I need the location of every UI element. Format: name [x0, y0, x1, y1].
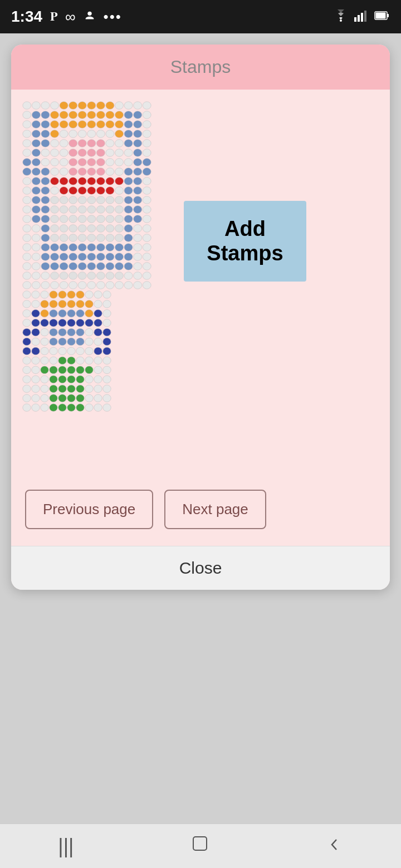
bottom-nav: ||| — [0, 823, 401, 868]
wifi-icon — [333, 8, 349, 26]
next-page-button[interactable]: Next page — [164, 490, 266, 529]
dialog-title: Stamps — [170, 57, 231, 77]
account-icon — [84, 8, 96, 26]
stamp-1[interactable] — [22, 101, 151, 290]
voicemail-icon: ∞ — [65, 8, 76, 26]
svg-point-1 — [340, 19, 342, 22]
svg-rect-3 — [358, 15, 360, 22]
pinterest-icon: 𝐏 — [50, 9, 57, 24]
dialog-body: AddStamps Previous page Next page — [11, 90, 390, 546]
add-stamps-label: AddStamps — [207, 217, 283, 265]
stamps-dialog: Stamps AddStamps Previous page Next page — [11, 45, 390, 590]
close-button[interactable]: Close — [11, 546, 390, 590]
svg-rect-2 — [354, 17, 356, 22]
previous-page-button[interactable]: Previous page — [25, 490, 153, 529]
menu-icon[interactable]: ||| — [58, 835, 74, 858]
status-time: 1:34 — [11, 8, 42, 26]
status-left: 1:34 𝐏 ∞ ••• — [11, 8, 122, 26]
status-bar: 1:34 𝐏 ∞ ••• — [0, 0, 401, 33]
status-right — [333, 8, 390, 26]
svg-rect-7 — [387, 14, 389, 17]
back-icon[interactable] — [326, 835, 343, 858]
stamp-2[interactable] — [22, 290, 111, 412]
add-stamps-button[interactable]: AddStamps — [184, 201, 306, 282]
svg-rect-9 — [193, 837, 207, 850]
dialog-header: Stamps — [11, 45, 390, 90]
svg-rect-8 — [376, 12, 386, 18]
close-label: Close — [179, 559, 222, 577]
main-background: Stamps AddStamps Previous page Next page — [0, 33, 401, 868]
more-icon: ••• — [104, 8, 122, 26]
signal-icon — [354, 8, 369, 26]
svg-rect-5 — [364, 11, 366, 22]
home-icon[interactable] — [190, 834, 210, 859]
pagination: Previous page Next page — [22, 490, 269, 529]
svg-rect-4 — [361, 13, 363, 22]
svg-point-0 — [87, 11, 91, 15]
battery-icon — [374, 8, 390, 26]
